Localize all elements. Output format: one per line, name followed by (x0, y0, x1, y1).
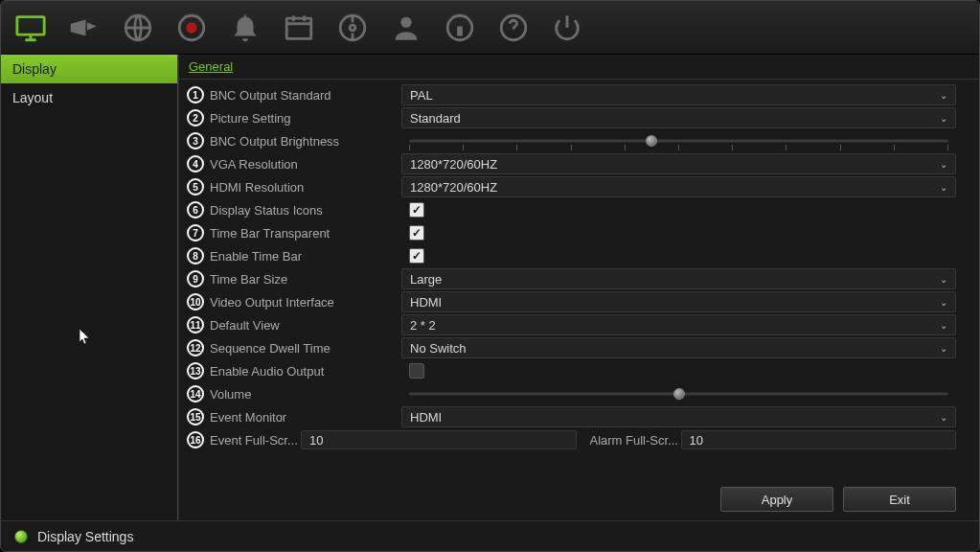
row-13: 13Enable Audio Output (187, 359, 956, 382)
select-time-bar-size[interactable]: Large⌄ (401, 268, 956, 289)
power-icon[interactable] (549, 10, 585, 46)
select-value: No Switch (410, 341, 467, 356)
chevron-down-icon: ⌄ (938, 343, 947, 354)
apply-button[interactable]: Apply (720, 487, 833, 512)
form: 1BNC Output StandardPAL⌄2Picture Setting… (179, 80, 979, 478)
select-event-monitor[interactable]: HDMI⌄ (401, 406, 956, 427)
tabs: General (179, 55, 979, 80)
info-icon[interactable] (442, 10, 478, 46)
row-15: 15Event MonitorHDMI⌄ (187, 405, 956, 428)
select-video-output-interface[interactable]: HDMI⌄ (401, 291, 956, 312)
checkbox-display-status-icons[interactable]: ✓ (409, 202, 424, 218)
field-label: Video Output Interface (210, 295, 401, 310)
field-label: Enable Time Bar (210, 249, 401, 264)
monitor-icon[interactable] (12, 10, 49, 46)
row-number-badge: 1 (187, 86, 204, 104)
checkbox-enable-audio-output[interactable] (409, 363, 424, 379)
svg-point-7 (400, 16, 411, 27)
label-alarm-fullscreen: Alarm Full-Scr... (590, 433, 681, 448)
select-value: 1280*720/60HZ (410, 157, 497, 172)
slider-bnc-output-brightness[interactable] (409, 130, 948, 151)
field-label: HDMI Resolution (210, 180, 401, 195)
select-value: Standard (410, 111, 461, 126)
chevron-down-icon: ⌄ (938, 90, 947, 101)
input-event-fullscreen[interactable] (301, 430, 577, 449)
field-label: Default View (210, 318, 401, 333)
chevron-down-icon: ⌄ (938, 182, 947, 193)
row-number-badge: 3 (187, 132, 204, 150)
svg-rect-4 (286, 18, 311, 38)
row-8: 8Enable Time Bar✓ (187, 244, 956, 267)
select-value: Large (410, 272, 442, 287)
chevron-down-icon: ⌄ (938, 159, 947, 170)
row-number-badge: 7 (187, 224, 204, 242)
slider-thumb[interactable] (673, 388, 685, 400)
row-number-badge: 16 (187, 431, 204, 448)
footer: Display Settings (1, 520, 979, 551)
sidebar: Display Layout (1, 55, 178, 520)
slider-volume[interactable] (409, 383, 948, 404)
sidebar-item-layout[interactable]: Layout (1, 83, 177, 112)
footer-title: Display Settings (37, 529, 133, 544)
field-label: BNC Output Standard (210, 88, 401, 103)
field-label: Display Status Icons (210, 203, 401, 218)
select-value: 1280*720/60HZ (410, 180, 497, 195)
select-sequence-dwell-time[interactable]: No Switch⌄ (401, 337, 956, 358)
field-label: BNC Output Brightness (210, 134, 401, 149)
user-icon[interactable] (388, 10, 424, 46)
globe-icon[interactable] (120, 10, 156, 46)
row-number-badge: 15 (187, 408, 204, 426)
button-bar: Apply Exit (179, 478, 979, 520)
top-toolbar (1, 1, 979, 55)
alarm-icon[interactable] (227, 10, 263, 46)
select-picture-setting[interactable]: Standard⌄ (401, 107, 956, 128)
disk-icon[interactable] (334, 10, 371, 46)
row-number-badge: 5 (187, 178, 204, 196)
row-number-badge: 4 (187, 155, 204, 172)
row-2: 2Picture SettingStandard⌄ (187, 106, 956, 129)
row-number-badge: 12 (187, 339, 204, 356)
row-10: 10Video Output InterfaceHDMI⌄ (187, 290, 956, 313)
row-number-badge: 10 (187, 293, 204, 310)
help-icon[interactable] (495, 10, 532, 46)
select-value: HDMI (410, 410, 442, 425)
status-dot-icon (14, 530, 28, 543)
row-number-badge: 6 (187, 201, 204, 218)
row-1: 1BNC Output StandardPAL⌄ (187, 83, 956, 106)
svg-point-3 (186, 22, 196, 33)
select-default-view[interactable]: 2 * 2⌄ (401, 314, 956, 335)
field-label: Time Bar Transparent (210, 226, 401, 241)
row-number-badge: 8 (187, 247, 204, 264)
record-icon[interactable] (173, 10, 210, 46)
checkbox-time-bar-transparent[interactable]: ✓ (409, 225, 424, 241)
chevron-down-icon: ⌄ (938, 412, 947, 423)
select-hdmi-resolution[interactable]: 1280*720/60HZ⌄ (401, 176, 956, 197)
field-label: Time Bar Size (210, 272, 401, 287)
svg-rect-0 (17, 16, 44, 34)
row-4: 4VGA Resolution1280*720/60HZ⌄ (187, 152, 956, 175)
chevron-down-icon: ⌄ (938, 274, 947, 285)
sidebar-item-display[interactable]: Display (1, 55, 177, 83)
exit-button[interactable]: Exit (843, 487, 956, 512)
row-number-badge: 14 (187, 385, 204, 402)
tab-general[interactable]: General (189, 59, 233, 74)
input-alarm-fullscreen[interactable] (681, 430, 957, 449)
schedule-icon[interactable] (281, 10, 317, 46)
content: General 1BNC Output StandardPAL⌄2Picture… (178, 55, 979, 520)
row-number-badge: 11 (187, 316, 204, 334)
chevron-down-icon: ⌄ (938, 113, 947, 124)
field-label: VGA Resolution (210, 157, 401, 172)
row-7: 7Time Bar Transparent✓ (187, 221, 956, 244)
select-value: PAL (410, 88, 433, 103)
row-3: 3BNC Output Brightness (187, 129, 956, 152)
camera-icon[interactable] (66, 10, 103, 46)
slider-thumb[interactable] (646, 135, 657, 147)
select-bnc-output-standard[interactable]: PAL⌄ (401, 84, 956, 105)
field-label: Event Monitor (210, 410, 401, 425)
select-vga-resolution[interactable]: 1280*720/60HZ⌄ (401, 153, 956, 174)
checkbox-enable-time-bar[interactable]: ✓ (409, 248, 424, 264)
row-6: 6Display Status Icons✓ (187, 198, 956, 221)
row-11: 11Default View2 * 2⌄ (187, 313, 956, 336)
field-label: Volume (210, 387, 401, 402)
select-value: 2 * 2 (410, 318, 436, 333)
